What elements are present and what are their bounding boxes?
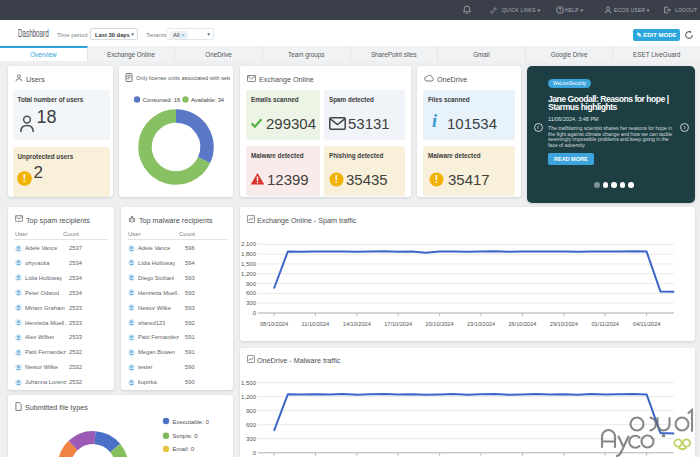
svg-text:!: !	[335, 174, 338, 185]
svg-text:Email: 0: Email: 0	[173, 446, 195, 452]
svg-text:Consumed: 16: Consumed: 16	[143, 97, 181, 103]
svg-text:!: !	[435, 174, 438, 185]
svg-text:Available: 34: Available: 34	[191, 97, 225, 103]
svg-text:?: ?	[559, 7, 562, 13]
svg-text:Executable: 0: Executable: 0	[173, 419, 210, 425]
svg-text:!: !	[22, 173, 25, 184]
svg-text:Scripts: 0: Scripts: 0	[173, 433, 199, 439]
